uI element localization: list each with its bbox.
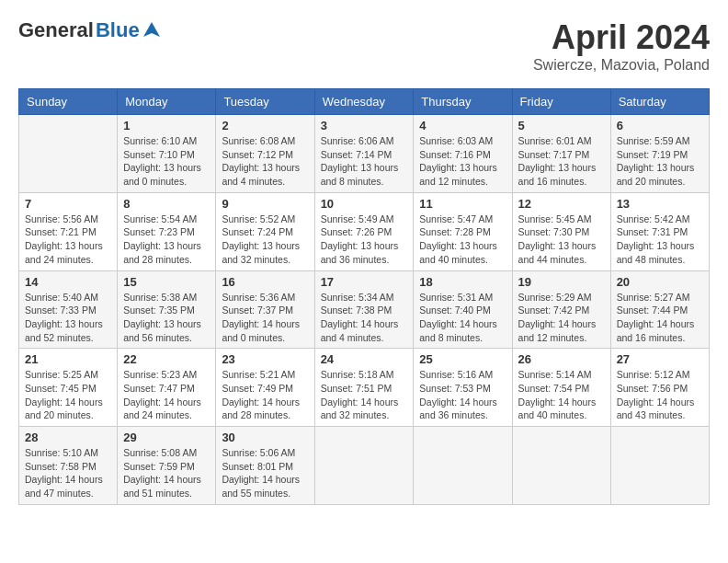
weekday-header-wednesday: Wednesday (314, 89, 414, 115)
weekday-header-row: SundayMondayTuesdayWednesdayThursdayFrid… (19, 89, 710, 115)
calendar-cell: 10Sunrise: 5:49 AM Sunset: 7:26 PM Dayli… (314, 192, 414, 270)
day-info: Sunrise: 5:40 AM Sunset: 7:33 PM Dayligh… (25, 291, 111, 345)
week-row-1: 1Sunrise: 6:10 AM Sunset: 7:10 PM Daylig… (19, 115, 710, 193)
day-number: 4 (419, 119, 506, 132)
calendar-cell (414, 427, 512, 505)
day-info: Sunrise: 5:36 AM Sunset: 7:37 PM Dayligh… (222, 291, 308, 345)
calendar-table: SundayMondayTuesdayWednesdayThursdayFrid… (18, 88, 710, 505)
day-number: 2 (222, 119, 308, 132)
day-info: Sunrise: 5:54 AM Sunset: 7:23 PM Dayligh… (123, 213, 210, 267)
day-info: Sunrise: 6:10 AM Sunset: 7:10 PM Dayligh… (123, 134, 210, 189)
location: Swiercze, Mazovia, Poland (533, 57, 710, 74)
day-number: 17 (321, 275, 408, 289)
calendar-cell: 2Sunrise: 6:08 AM Sunset: 7:12 PM Daylig… (216, 115, 314, 193)
day-info: Sunrise: 6:08 AM Sunset: 7:12 PM Dayligh… (222, 134, 308, 189)
week-row-3: 14Sunrise: 5:40 AM Sunset: 7:33 PM Dayli… (19, 270, 710, 349)
day-info: Sunrise: 5:52 AM Sunset: 7:24 PM Dayligh… (222, 213, 308, 267)
calendar-cell: 29Sunrise: 5:08 AM Sunset: 7:59 PM Dayli… (118, 427, 216, 505)
page-header: General Blue April 2024 Swiercze, Mazovi… (18, 18, 710, 74)
calendar-cell: 8Sunrise: 5:54 AM Sunset: 7:23 PM Daylig… (118, 192, 216, 270)
day-number: 19 (518, 275, 605, 289)
logo: General Blue (18, 18, 162, 42)
day-number: 8 (123, 197, 210, 211)
calendar-cell: 15Sunrise: 5:38 AM Sunset: 7:35 PM Dayli… (118, 270, 216, 349)
weekday-header-monday: Monday (118, 89, 216, 115)
day-info: Sunrise: 5:29 AM Sunset: 7:42 PM Dayligh… (518, 291, 605, 345)
month-title: April 2024 (533, 18, 710, 57)
day-info: Sunrise: 5:34 AM Sunset: 7:38 PM Dayligh… (321, 291, 408, 345)
day-info: Sunrise: 5:27 AM Sunset: 7:44 PM Dayligh… (617, 291, 703, 345)
day-number: 27 (617, 352, 703, 366)
day-info: Sunrise: 5:21 AM Sunset: 7:49 PM Dayligh… (222, 368, 308, 422)
day-number: 3 (321, 119, 408, 132)
calendar-cell: 19Sunrise: 5:29 AM Sunset: 7:42 PM Dayli… (512, 270, 610, 349)
week-row-5: 28Sunrise: 5:10 AM Sunset: 7:58 PM Dayli… (19, 427, 710, 505)
day-info: Sunrise: 5:12 AM Sunset: 7:56 PM Dayligh… (617, 368, 703, 422)
calendar-cell: 12Sunrise: 5:45 AM Sunset: 7:30 PM Dayli… (512, 192, 610, 270)
day-number: 18 (419, 275, 506, 289)
week-row-4: 21Sunrise: 5:25 AM Sunset: 7:45 PM Dayli… (19, 349, 710, 427)
day-number: 22 (123, 352, 210, 366)
day-number: 20 (617, 275, 703, 289)
weekday-header-sunday: Sunday (19, 89, 118, 115)
day-number: 13 (617, 197, 703, 211)
day-number: 26 (518, 352, 605, 366)
day-number: 24 (321, 352, 408, 366)
day-info: Sunrise: 6:01 AM Sunset: 7:17 PM Dayligh… (518, 134, 605, 189)
day-number: 12 (518, 197, 605, 211)
calendar-cell: 26Sunrise: 5:14 AM Sunset: 7:54 PM Dayli… (512, 349, 610, 427)
day-number: 16 (222, 275, 308, 289)
calendar-cell (19, 115, 118, 193)
day-number: 25 (419, 352, 506, 366)
day-info: Sunrise: 5:59 AM Sunset: 7:19 PM Dayligh… (617, 134, 703, 189)
day-info: Sunrise: 5:56 AM Sunset: 7:21 PM Dayligh… (25, 213, 111, 267)
calendar-cell: 30Sunrise: 5:06 AM Sunset: 8:01 PM Dayli… (216, 427, 314, 505)
logo-blue: Blue (96, 18, 140, 42)
day-number: 15 (123, 275, 210, 289)
day-info: Sunrise: 5:10 AM Sunset: 7:58 PM Dayligh… (25, 446, 111, 500)
calendar-cell: 21Sunrise: 5:25 AM Sunset: 7:45 PM Dayli… (19, 349, 118, 427)
calendar-cell: 20Sunrise: 5:27 AM Sunset: 7:44 PM Dayli… (610, 270, 709, 349)
day-info: Sunrise: 5:06 AM Sunset: 8:01 PM Dayligh… (222, 446, 308, 500)
calendar-cell (512, 427, 610, 505)
calendar-cell: 23Sunrise: 5:21 AM Sunset: 7:49 PM Dayli… (216, 349, 314, 427)
calendar-cell: 17Sunrise: 5:34 AM Sunset: 7:38 PM Dayli… (314, 270, 414, 349)
calendar-cell: 18Sunrise: 5:31 AM Sunset: 7:40 PM Dayli… (414, 270, 512, 349)
day-info: Sunrise: 5:08 AM Sunset: 7:59 PM Dayligh… (123, 446, 210, 500)
day-info: Sunrise: 5:45 AM Sunset: 7:30 PM Dayligh… (518, 213, 605, 267)
calendar-cell: 6Sunrise: 5:59 AM Sunset: 7:19 PM Daylig… (610, 115, 709, 193)
calendar-cell (610, 427, 709, 505)
title-section: April 2024 Swiercze, Mazovia, Poland (533, 18, 710, 74)
day-info: Sunrise: 5:16 AM Sunset: 7:53 PM Dayligh… (419, 368, 506, 422)
day-number: 29 (123, 431, 210, 444)
weekday-header-thursday: Thursday (414, 89, 512, 115)
day-number: 30 (222, 431, 308, 444)
day-number: 14 (25, 275, 111, 289)
day-info: Sunrise: 6:06 AM Sunset: 7:14 PM Dayligh… (321, 134, 408, 189)
logo-icon (142, 20, 162, 40)
calendar-cell: 13Sunrise: 5:42 AM Sunset: 7:31 PM Dayli… (610, 192, 709, 270)
day-info: Sunrise: 5:42 AM Sunset: 7:31 PM Dayligh… (617, 213, 703, 267)
day-number: 1 (123, 119, 210, 132)
calendar-cell: 24Sunrise: 5:18 AM Sunset: 7:51 PM Dayli… (314, 349, 414, 427)
day-number: 23 (222, 352, 308, 366)
day-number: 7 (25, 197, 111, 211)
calendar-cell: 22Sunrise: 5:23 AM Sunset: 7:47 PM Dayli… (118, 349, 216, 427)
day-info: Sunrise: 5:31 AM Sunset: 7:40 PM Dayligh… (419, 291, 506, 345)
calendar-cell: 28Sunrise: 5:10 AM Sunset: 7:58 PM Dayli… (19, 427, 118, 505)
day-info: Sunrise: 5:23 AM Sunset: 7:47 PM Dayligh… (123, 368, 210, 422)
calendar-cell: 5Sunrise: 6:01 AM Sunset: 7:17 PM Daylig… (512, 115, 610, 193)
calendar-cell: 14Sunrise: 5:40 AM Sunset: 7:33 PM Dayli… (19, 270, 118, 349)
weekday-header-saturday: Saturday (610, 89, 709, 115)
calendar-cell: 11Sunrise: 5:47 AM Sunset: 7:28 PM Dayli… (414, 192, 512, 270)
day-info: Sunrise: 5:18 AM Sunset: 7:51 PM Dayligh… (321, 368, 408, 422)
day-info: Sunrise: 5:25 AM Sunset: 7:45 PM Dayligh… (25, 368, 111, 422)
calendar-cell (314, 427, 414, 505)
calendar-cell: 25Sunrise: 5:16 AM Sunset: 7:53 PM Dayli… (414, 349, 512, 427)
day-number: 28 (25, 431, 111, 444)
day-info: Sunrise: 5:47 AM Sunset: 7:28 PM Dayligh… (419, 213, 506, 267)
calendar-cell: 7Sunrise: 5:56 AM Sunset: 7:21 PM Daylig… (19, 192, 118, 270)
day-number: 11 (419, 197, 506, 211)
weekday-header-tuesday: Tuesday (216, 89, 314, 115)
calendar-cell: 16Sunrise: 5:36 AM Sunset: 7:37 PM Dayli… (216, 270, 314, 349)
